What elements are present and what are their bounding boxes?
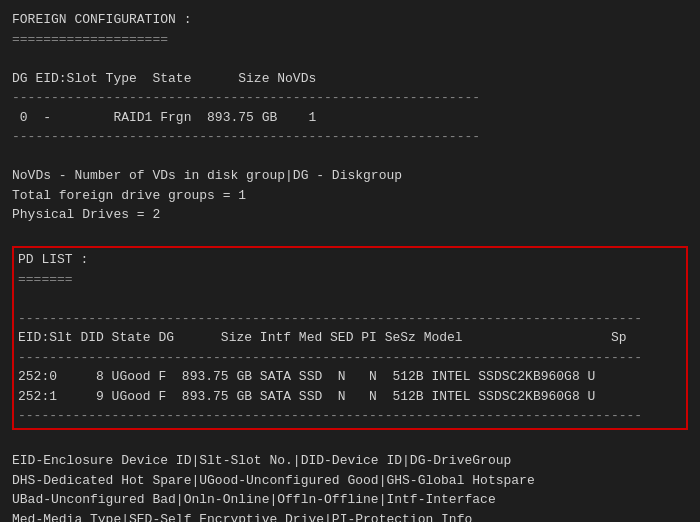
- blank2: [12, 147, 688, 167]
- blank5: [12, 432, 688, 452]
- dg-sep2: ----------------------------------------…: [12, 127, 688, 147]
- legend2: DHS-Dedicated Hot Spare|UGood-Unconfigur…: [12, 471, 688, 491]
- legend1: EID-Enclosure Device ID|Slt-Slot No.|DID…: [12, 451, 688, 471]
- legend3: UBad-Unconfigured Bad|Onln-Online|Offln-…: [12, 490, 688, 510]
- pd-row-2: 252:1 9 UGood F 893.75 GB SATA SSD N N 5…: [18, 387, 682, 407]
- terminal-window: FOREIGN CONFIGURATION : ================…: [0, 0, 700, 522]
- dg-sep1: ----------------------------------------…: [12, 88, 688, 108]
- pd-list-section: PD LIST : ======= ----------------------…: [12, 246, 688, 430]
- pd-sep2: ----------------------------------------…: [18, 348, 682, 368]
- pd-list-header: PD LIST :: [18, 250, 682, 270]
- pd-list-sep: =======: [18, 270, 682, 290]
- dg-data-row: 0 - RAID1 Frgn 893.75 GB 1: [12, 108, 688, 128]
- novds-note: NoVDs - Number of VDs in disk group|DG -…: [12, 166, 688, 186]
- foreign-config-header: FOREIGN CONFIGURATION :: [12, 10, 688, 30]
- pd-row-1: 252:0 8 UGood F 893.75 GB SATA SSD N N 5…: [18, 367, 682, 387]
- legend4: Med-Media Type|SED-Self Encryptive Drive…: [12, 510, 688, 523]
- dg-column-header: DG EID:Slot Type State Size NoVDs: [12, 69, 688, 89]
- blank4: [18, 289, 682, 309]
- total-note: Total foreign drive groups = 1: [12, 186, 688, 206]
- pd-sep3: ----------------------------------------…: [18, 406, 682, 426]
- foreign-config-separator: ====================: [12, 30, 688, 50]
- physical-note: Physical Drives = 2: [12, 205, 688, 225]
- blank1: [12, 49, 688, 69]
- pd-col-header: EID:Slt DID State DG Size Intf Med SED P…: [18, 328, 682, 348]
- pd-sep1: ----------------------------------------…: [18, 309, 682, 329]
- blank3: [12, 225, 688, 245]
